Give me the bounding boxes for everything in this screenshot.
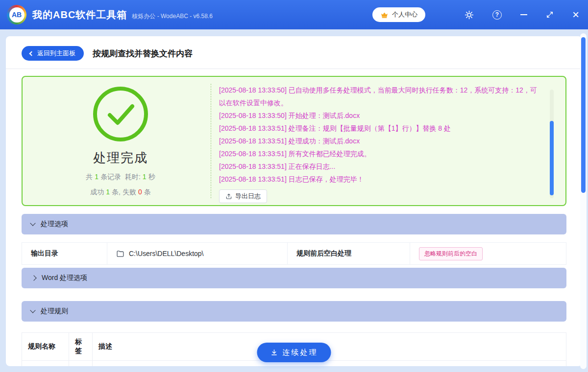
success-count: 1 (104, 188, 112, 196)
whitespace-option-cell: 忽略规则前后的空白 (410, 243, 566, 264)
minimize-icon (520, 14, 527, 15)
output-dir-value: C:\Users\DELL\Desktop\ (129, 250, 204, 257)
log-line: [2025-08-18 13:33:51] 正在保存日志... (219, 160, 541, 173)
stats-result-line: 成功1条, 失败0条 (90, 188, 150, 197)
success-check-icon (92, 86, 149, 142)
user-center-button[interactable]: 个人中心 (372, 7, 425, 22)
log-line: [2025-08-18 13:33:51] 所有文件都已经处理完成。 (219, 147, 541, 160)
column-header-rule-name: 规则名称 (22, 333, 69, 361)
close-button[interactable]: × (572, 9, 579, 21)
log-scrollbar-thumb[interactable] (550, 121, 554, 195)
log-area: [2025-08-18 13:33:50] 已自动使用多任务处理模式，当前最大同… (211, 83, 558, 199)
status-title: 处理完成 (93, 149, 148, 166)
column-header-tag: 标签 (69, 333, 93, 361)
result-panel: 处理完成 共1条记录 耗时:1秒 成功1条, 失败0条 [2025-08-18 … (22, 76, 566, 206)
app-title: 我的ABC软件工具箱 (32, 8, 127, 22)
help-button[interactable]: ? (492, 10, 502, 20)
rule-name-cell: 默认规则 (22, 361, 69, 367)
section-title: 处理规则 (41, 307, 68, 316)
back-button-label: 返回到主面板 (37, 49, 75, 58)
export-log-label: 导出日志 (235, 192, 261, 201)
gear-icon (465, 10, 474, 20)
time-value: 1 (141, 173, 148, 181)
section-header-processing-rules[interactable]: 处理规则 (22, 301, 566, 322)
section-header-processing-options[interactable]: 处理选项 (22, 214, 566, 234)
page-scrollbar-track[interactable] (580, 33, 587, 369)
page-scrollbar-thumb[interactable] (581, 37, 586, 193)
chevron-left-icon (29, 51, 34, 56)
rule-description-cell: 规则类型：查找并替换文本，查找类型：批量精确文本，在这些内容中逐行查找替换，查找… (93, 361, 566, 367)
section-header-word-options[interactable]: Word 处理选项 (22, 268, 566, 288)
close-icon: × (572, 9, 579, 21)
chevron-down-icon (30, 307, 35, 313)
rule-tag-cell (69, 361, 93, 367)
main-card: 返回到主面板 按规则查找并替换文件内容 处理完成 共1条记录 耗时:1秒 成功1… (6, 36, 582, 366)
log-scrollbar-track[interactable] (550, 90, 554, 198)
help-icon: ? (492, 10, 502, 20)
result-summary: 处理完成 共1条记录 耗时:1秒 成功1条, 失败0条 (30, 83, 211, 199)
whitespace-label: 规则前后空白处理 (288, 243, 410, 264)
minimize-button[interactable] (520, 14, 527, 15)
vip-crown-icon (380, 11, 389, 19)
resize-button[interactable] (546, 11, 554, 19)
user-center-label: 个人中心 (392, 10, 417, 19)
chevron-down-icon (30, 220, 35, 226)
app-logo-icon: AB (7, 5, 26, 24)
app-logo-text: AB (9, 7, 24, 23)
expand-icon (546, 11, 554, 19)
section-title: Word 处理选项 (42, 274, 87, 282)
whitespace-ignore-tag[interactable]: 忽略规则前后的空白 (419, 247, 483, 260)
page-header: 返回到主面板 按规则查找并替换文件内容 (6, 36, 582, 69)
output-dir-field[interactable]: C:\Users\DELL\Desktop\ (107, 243, 288, 264)
log-line: [2025-08-18 13:33:51] 处理成功：测试后.docx (219, 135, 541, 147)
log-line: [2025-08-18 13:33:51] 处理备注：规则【批量规则（第【1】行… (219, 122, 541, 135)
chevron-right-icon (31, 275, 36, 280)
folder-icon (116, 250, 124, 258)
export-log-button[interactable]: 导出日志 (219, 189, 267, 203)
titlebar-controls: 个人中心 ? × (372, 7, 579, 22)
export-icon (225, 193, 232, 200)
titlebar: AB 我的ABC软件工具箱 核烁办公 - WodeABC - v6.58.6 个… (0, 0, 588, 29)
options-row: 输出目录 C:\Users\DELL\Desktop\ 规则前后空白处理 忽略规… (22, 242, 566, 265)
fail-count: 0 (136, 188, 144, 196)
settings-button[interactable] (465, 10, 474, 20)
back-to-dashboard-button[interactable]: 返回到主面板 (22, 46, 84, 61)
stats-total-line: 共1条记录 耗时:1秒 (86, 173, 155, 182)
total-count: 1 (93, 173, 100, 181)
section-title: 处理选项 (41, 220, 68, 229)
log-line: [2025-08-18 13:33:50] 已自动使用多任务处理模式，当前最大同… (219, 84, 541, 109)
app-subtitle: 核烁办公 - WodeABC - v6.58.6 (132, 12, 213, 21)
page-title: 按规则查找并替换文件内容 (93, 48, 193, 59)
continue-processing-button[interactable]: 连续处理 (257, 343, 331, 362)
continue-icon (270, 349, 278, 356)
log-line: [2025-08-18 13:33:51] 日志已保存，处理完毕！ (219, 173, 541, 186)
output-dir-label: 输出目录 (22, 243, 107, 264)
continue-processing-label: 连续处理 (283, 348, 318, 357)
log-line: [2025-08-18 13:33:50] 开始处理：测试后.docx (219, 109, 541, 122)
